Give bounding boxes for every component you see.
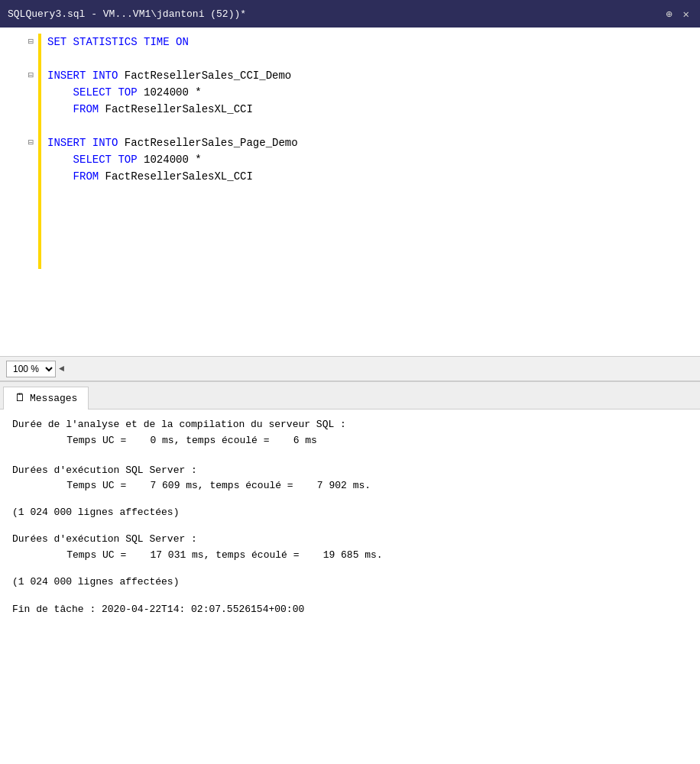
msg-block2-rows: (1 024 000 lignes affectées)	[12, 505, 688, 521]
yellow-bar	[38, 50, 41, 67]
spacer-2	[12, 497, 688, 505]
msg-block1-line1: Temps UC = 0 ms, temps écoulé = 6 ms	[43, 433, 688, 449]
line-gutter: ⊟	[0, 34, 38, 50]
messages-content: Durée de l'analyse et de la compilation …	[0, 410, 700, 764]
spacer-1	[12, 452, 688, 463]
code-line-5: FROM FactResellerSalesXL_CCI	[0, 101, 700, 118]
msg-block1-header: Durée de l'analyse et de la compilation …	[12, 417, 688, 433]
window-title: SQLQuery3.sql - VM...VM1\jdantoni (52))*	[8, 8, 246, 20]
code-text-8: SELECT TOP 1024000 *	[41, 151, 202, 168]
line-gutter: ⊟	[0, 67, 38, 84]
code-text-1: SET STATISTICS TIME ON	[41, 34, 189, 50]
results-panel: 🗒 Messages Durée de l'analyse et de la c…	[0, 380, 700, 764]
tabs-bar: 🗒 Messages	[0, 382, 700, 410]
messages-tab-icon: 🗒	[15, 392, 25, 404]
code-line-3: ⊟ INSERT INTO FactResellerSales_CCI_Demo	[0, 67, 700, 84]
title-bar: SQLQuery3.sql - VM...VM1\jdantoni (52))*…	[0, 0, 700, 28]
yellow-bar	[38, 118, 41, 134]
yellow-bar	[38, 185, 41, 202]
collapse-icon-3[interactable]: ⊟	[28, 134, 34, 151]
code-text-4: SELECT TOP 1024000 *	[41, 84, 202, 101]
spacer-3	[12, 521, 688, 532]
zoom-bar: 100 % 75 % 50 % 150 % 200 % ◄	[0, 356, 700, 380]
code-line-4: SELECT TOP 1024000 *	[0, 84, 700, 101]
msg-block2-header: Durées d'exécution SQL Server :	[12, 463, 688, 479]
code-content[interactable]: ⊟ SET STATISTICS TIME ON ⊟ INSERT INTO F…	[0, 28, 700, 356]
spacer-4	[12, 567, 688, 575]
editor-area: ⊟ SET STATISTICS TIME ON ⊟ INSERT INTO F…	[0, 28, 700, 356]
empty-line-7	[0, 252, 700, 269]
code-text-9: FROM FactResellerSalesXL_CCI	[41, 168, 253, 185]
spacer-5	[12, 590, 688, 602]
code-text-5: FROM FactResellerSalesXL_CCI	[41, 101, 253, 118]
zoom-arrow[interactable]: ◄	[59, 364, 64, 374]
msg-block2-line1: Temps UC = 7 609 ms, temps écoulé = 7 90…	[43, 478, 688, 494]
collapse-icon-2[interactable]: ⊟	[28, 67, 34, 84]
zoom-select[interactable]: 100 % 75 % 50 % 150 % 200 %	[6, 361, 56, 377]
empty-line-4	[0, 202, 700, 219]
collapse-icon[interactable]: ⊟	[28, 34, 34, 50]
code-line-7: ⊟ INSERT INTO FactResellerSales_Page_Dem…	[0, 134, 700, 151]
msg-block3-line1: Temps UC = 17 031 ms, temps écoulé = 19 …	[43, 548, 688, 564]
code-text-7: INSERT INTO FactResellerSales_Page_Demo	[41, 134, 298, 151]
close-button[interactable]: ✕	[680, 8, 692, 21]
tab-messages[interactable]: 🗒 Messages	[3, 387, 89, 410]
code-line: ⊟ SET STATISTICS TIME ON	[0, 34, 700, 50]
line-container: ⊟ SET STATISTICS TIME ON ⊟ INSERT INTO F…	[0, 34, 700, 269]
yellow-bar	[38, 219, 41, 235]
title-bar-controls: ⊕ ✕	[663, 8, 692, 21]
empty-line-1	[0, 50, 700, 67]
empty-line-5	[0, 219, 700, 235]
msg-block3-rows: (1 024 000 lignes affectées)	[12, 575, 688, 591]
tab-messages-label: Messages	[30, 393, 77, 404]
yellow-bar	[38, 235, 41, 252]
msg-block-2: Durées d'exécution SQL Server : Temps UC…	[12, 463, 688, 495]
msg-block-1: Durée de l'analyse et de la compilation …	[12, 417, 688, 449]
code-line-8: SELECT TOP 1024000 *	[0, 151, 700, 168]
yellow-bar	[38, 202, 41, 219]
line-gutter: ⊟	[0, 134, 38, 151]
title-bar-left: SQLQuery3.sql - VM...VM1\jdantoni (52))*	[8, 8, 246, 20]
msg-block3-header: Durées d'exécution SQL Server :	[12, 532, 688, 548]
pin-button[interactable]: ⊕	[663, 8, 675, 21]
code-line-9: FROM FactResellerSalesXL_CCI	[0, 168, 700, 185]
msg-block-3: Durées d'exécution SQL Server : Temps UC…	[12, 532, 688, 564]
msg-footer: Fin de tâche : 2020-04-22T14: 02:07.5526…	[12, 602, 688, 618]
empty-line-3	[0, 185, 700, 202]
code-text-3: INSERT INTO FactResellerSales_CCI_Demo	[41, 67, 291, 84]
empty-line-6	[0, 235, 700, 252]
yellow-bar	[38, 252, 41, 269]
empty-line-2	[0, 118, 700, 134]
